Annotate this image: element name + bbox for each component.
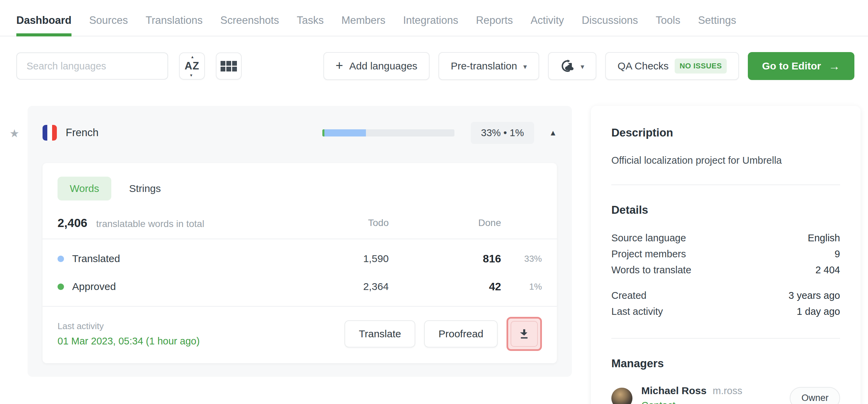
qa-checks-label: QA Checks	[617, 60, 669, 72]
download-icon	[518, 328, 530, 340]
row-label-translated: Translated	[72, 253, 120, 264]
download-button-highlight	[507, 317, 542, 351]
search-languages-input[interactable]	[16, 52, 168, 80]
tab-sources[interactable]: Sources	[89, 14, 128, 36]
cloud-sync-icon	[560, 59, 575, 73]
last-activity-link[interactable]: 01 Mar 2023, 05:34 (1 hour ago)	[58, 336, 200, 347]
tab-screenshots[interactable]: Screenshots	[220, 14, 279, 36]
detail-row-last-activity: Last activity 1 day ago	[611, 304, 840, 320]
sort-az-button[interactable]: AZ	[179, 52, 205, 80]
manager-info: Michael Ross m.ross Contact	[641, 385, 742, 404]
manager-list-item: Michael Ross m.ross Contact Owner	[611, 385, 840, 404]
project-info-sidebar: Description Official localization projec…	[591, 106, 861, 404]
translation-progress-bar	[322, 129, 454, 136]
detail-value: 2 404	[815, 262, 840, 278]
tab-tools[interactable]: Tools	[656, 14, 680, 36]
grid-view-button[interactable]	[216, 52, 242, 80]
stats-header: 2,406 translatable words in total Todo D…	[43, 200, 557, 239]
project-dashboard-page: Dashboard Sources Translations Screensho…	[0, 0, 868, 404]
table-row-approved: Approved 2,364 42 1%	[43, 273, 557, 301]
owner-role-badge[interactable]: Owner	[790, 387, 840, 404]
detail-label: Last activity	[611, 304, 663, 320]
approved-todo-value: 2,364	[297, 281, 389, 292]
tab-tasks[interactable]: Tasks	[297, 14, 324, 36]
translated-done-value: 816	[389, 253, 501, 265]
arrow-right-icon: →	[829, 60, 840, 73]
approved-dot-icon	[58, 284, 64, 290]
description-text: Official localization project for Umbrel…	[611, 155, 840, 166]
detail-label: Project members	[611, 246, 686, 262]
language-stats-card: Words Strings 2,406 translatable words i…	[43, 163, 557, 363]
translated-progress-segment	[324, 129, 366, 136]
details-list: Source language English Project members …	[611, 230, 840, 320]
go-to-editor-label: Go to Editor	[762, 60, 821, 72]
tab-integrations[interactable]: Integrations	[403, 14, 458, 36]
grid-view-icon	[221, 61, 237, 71]
tab-members[interactable]: Members	[341, 14, 385, 36]
stats-rows: Translated 1,590 816 33% Approved 2,364	[43, 239, 557, 306]
proofread-button[interactable]: Proofread	[424, 320, 498, 348]
caret-down-icon: ▾	[581, 63, 584, 71]
detail-row-created: Created 3 years ago	[611, 288, 840, 304]
toggle-words[interactable]: Words	[58, 177, 111, 200]
table-row-translated: Translated 1,590 816 33%	[43, 245, 557, 273]
last-activity-block: Last activity 01 Mar 2023, 05:34 (1 hour…	[58, 321, 200, 347]
tab-activity[interactable]: Activity	[531, 14, 564, 36]
column-header-done: Done	[389, 217, 501, 228]
languages-list: ★ French 33% • 1% ▲ Words Strings	[0, 106, 572, 377]
manager-name: Michael Ross	[641, 385, 707, 397]
download-button[interactable]	[511, 321, 538, 347]
last-activity-label: Last activity	[58, 321, 200, 332]
collapse-chevron-icon[interactable]: ▲	[549, 128, 557, 138]
tab-settings[interactable]: Settings	[698, 14, 736, 36]
language-row[interactable]: French 33% • 1% ▲	[43, 116, 557, 149]
project-nav: Dashboard Sources Translations Screensho…	[0, 0, 868, 36]
main-content: ★ French 33% • 1% ▲ Words Strings	[0, 80, 868, 404]
sort-az-icon: AZ	[183, 58, 200, 74]
qa-checks-button[interactable]: QA Checks NO ISSUES	[605, 52, 739, 80]
detail-row-source-language: Source language English	[611, 230, 840, 246]
detail-value: 3 years ago	[788, 288, 840, 304]
total-words-count: 2,406	[58, 216, 87, 230]
detail-value: 1 day ago	[797, 304, 840, 320]
card-footer: Last activity 01 Mar 2023, 05:34 (1 hour…	[43, 306, 557, 363]
add-languages-label: Add languages	[349, 60, 417, 72]
cloud-sync-button[interactable]: ▾	[548, 52, 597, 80]
translated-dot-icon	[58, 256, 64, 262]
toggle-strings[interactable]: Strings	[129, 177, 161, 200]
divider	[611, 338, 840, 339]
pre-translation-button[interactable]: Pre-translation ▾	[438, 52, 539, 80]
qa-status-badge: NO ISSUES	[675, 59, 726, 74]
translated-percent-value: 33%	[501, 254, 542, 264]
go-to-editor-button[interactable]: Go to Editor →	[748, 52, 854, 80]
manager-contact-link[interactable]: Contact	[641, 400, 742, 404]
avatar	[611, 388, 632, 404]
tab-dashboard[interactable]: Dashboard	[16, 14, 71, 36]
language-name: French	[66, 127, 98, 139]
detail-row-words-to-translate: Words to translate 2 404	[611, 262, 840, 278]
tab-reports[interactable]: Reports	[476, 14, 513, 36]
footer-actions: Translate Proofread	[344, 317, 542, 351]
units-toggle: Words Strings	[43, 163, 557, 200]
languages-toolbar: AZ + Add languages Pre-translation ▾	[0, 36, 868, 80]
total-words-caption: translatable words in total	[96, 219, 205, 229]
translated-todo-value: 1,590	[297, 253, 389, 264]
detail-value: English	[808, 230, 840, 246]
add-languages-button[interactable]: + Add languages	[323, 52, 430, 80]
manager-username: m.ross	[713, 385, 742, 397]
detail-row-project-members: Project members 9	[611, 246, 840, 262]
favorite-star-icon[interactable]: ★	[10, 127, 19, 140]
details-title: Details	[611, 204, 840, 216]
toolbar-actions: + Add languages Pre-translation ▾ ▾ QA C…	[323, 52, 854, 80]
translate-button[interactable]: Translate	[344, 320, 415, 348]
tab-translations[interactable]: Translations	[146, 14, 203, 36]
pre-translation-label: Pre-translation	[451, 60, 517, 72]
description-title: Description	[611, 126, 840, 139]
progress-percent-badge: 33% • 1%	[471, 122, 534, 144]
divider	[611, 184, 840, 185]
managers-title: Managers	[611, 357, 840, 370]
language-panel-french: French 33% • 1% ▲ Words Strings	[28, 106, 572, 377]
tab-discussions[interactable]: Discussions	[582, 14, 638, 36]
approved-percent-value: 1%	[501, 281, 542, 292]
plus-icon: +	[336, 59, 343, 72]
